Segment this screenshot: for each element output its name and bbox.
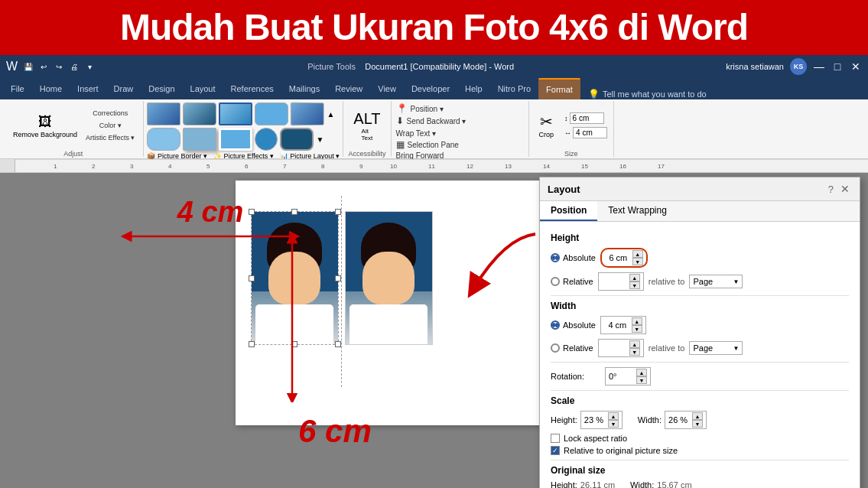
lock-aspect-checkbox[interactable]	[551, 434, 560, 443]
scale-section-label: Scale	[551, 395, 849, 406]
artistic-effects-button[interactable]: Artistic Effects ▾	[83, 132, 137, 143]
size-label: Size	[564, 148, 578, 158]
tab-references[interactable]: References	[223, 78, 281, 99]
width-absolute-radio-btn[interactable]	[551, 320, 560, 330]
maximize-icon[interactable]: □	[831, 60, 844, 73]
rot-up[interactable]: ▲	[636, 369, 647, 376]
remove-background-button[interactable]: 🖼 Remove Background	[9, 104, 81, 147]
height-relative-radio[interactable]: Relative	[551, 277, 593, 286]
tab-help[interactable]: Help	[457, 78, 490, 99]
pic-style-7[interactable]	[183, 128, 216, 151]
svg-text:17: 17	[658, 163, 665, 170]
orig-width-label: Width:	[630, 480, 654, 488]
quick-access-toolbar: 💾 ↩ ↪ 🖨 ▾	[22, 60, 96, 73]
tab-view[interactable]: View	[370, 78, 404, 99]
width-relative-radio-btn[interactable]	[551, 343, 560, 353]
tab-design[interactable]: Design	[141, 78, 182, 99]
tab-review[interactable]: Review	[327, 78, 370, 99]
position-button[interactable]: 📍 Position ▾	[395, 102, 525, 115]
styles-scroll-up[interactable]: ▲	[327, 110, 334, 119]
rotation-value-container: 0° ▲ ▼	[605, 367, 651, 386]
tab-file[interactable]: File	[3, 78, 32, 99]
tab-position[interactable]: Position	[540, 201, 597, 221]
tab-layout[interactable]: Layout	[183, 78, 223, 99]
document-name: Document1 [Compatibility Mode] - Word	[365, 62, 514, 71]
height-spin-down[interactable]: ▼	[632, 258, 643, 265]
minimize-icon[interactable]: —	[813, 60, 825, 73]
height-relative-to-select[interactable]: Page ▼	[689, 275, 743, 288]
pic-style-3[interactable]	[219, 102, 252, 125]
undo-icon[interactable]: ↩	[37, 60, 50, 73]
handle-ml[interactable]	[249, 275, 255, 281]
photo-2-container[interactable]	[345, 211, 433, 345]
print-icon[interactable]: 🖨	[68, 60, 80, 73]
handle-mr[interactable]	[335, 275, 341, 281]
accessibility-group: ALT AltText Accessibility	[343, 101, 391, 157]
width-spin-up[interactable]: ▲	[632, 317, 642, 325]
relative-original-checkbox[interactable]	[551, 446, 560, 455]
corrections-button[interactable]: Corrections	[83, 108, 137, 119]
height-input[interactable]	[570, 112, 604, 124]
panel-close-button[interactable]: ✕	[838, 182, 852, 196]
alt-text-button[interactable]: ALT AltText	[349, 104, 384, 147]
height-spin[interactable]: ▲ ▼	[632, 250, 643, 265]
rot-down[interactable]: ▼	[636, 376, 647, 384]
color-button[interactable]: Color ▾	[83, 120, 137, 131]
width-spin-down[interactable]: ▼	[632, 325, 642, 333]
tab-format[interactable]: Format	[538, 78, 580, 99]
scale-h-spin[interactable]: ▲ ▼	[608, 412, 619, 428]
styles-scroll-down[interactable]: ▼	[316, 135, 323, 144]
pic-style-2[interactable]	[183, 102, 216, 125]
width-absolute-radio[interactable]: Absolute	[551, 320, 596, 330]
width-relative-to-select[interactable]: Page ▼	[689, 341, 743, 355]
tab-nitro-pro[interactable]: Nitro Pro	[490, 78, 538, 99]
selection-pane-button[interactable]: ▦ Selection Pane	[395, 138, 460, 151]
redo-icon[interactable]: ↪	[53, 60, 65, 73]
close-icon[interactable]: ✕	[850, 60, 862, 73]
panel-help-button[interactable]: ?	[828, 184, 834, 195]
width-input[interactable]	[573, 127, 607, 138]
handle-bl[interactable]	[249, 341, 255, 347]
tab-mailings[interactable]: Mailings	[281, 78, 327, 99]
send-backward-button[interactable]: ⬇ Send Backward ▾	[395, 115, 525, 127]
height-absolute-radio-btn[interactable]	[551, 253, 560, 262]
handle-br[interactable]	[335, 341, 341, 347]
original-size-row: Height: 26.11 cm Width: 15.67 cm	[551, 480, 849, 488]
pic-style-1[interactable]	[147, 102, 180, 125]
dropdown-icon[interactable]: ▾	[83, 60, 96, 73]
crop-button[interactable]: ✂ Crop	[535, 104, 558, 147]
save-icon[interactable]: 💾	[22, 60, 34, 73]
width-relative-radio[interactable]: Relative	[551, 343, 593, 353]
wr-up[interactable]: ▲	[629, 340, 640, 348]
pic-style-4[interactable]	[255, 102, 288, 125]
width-relative-spin[interactable]: ▲ ▼	[629, 340, 640, 356]
height-absolute-radio[interactable]: Absolute	[551, 253, 596, 262]
tab-insert[interactable]: Insert	[70, 78, 106, 99]
scale-w-spin[interactable]: ▲ ▼	[692, 412, 703, 428]
height-spin-up[interactable]: ▲	[632, 250, 643, 258]
width-spin[interactable]: ▲ ▼	[632, 317, 642, 333]
tab-draw[interactable]: Draw	[106, 78, 141, 99]
label-4cm: 4 cm	[119, 196, 302, 229]
pic-style-10[interactable]	[280, 128, 314, 151]
tab-developer[interactable]: Developer	[404, 78, 457, 99]
handle-tr[interactable]	[335, 209, 341, 215]
user-avatar[interactable]: KS	[790, 58, 807, 75]
rotation-spin[interactable]: ▲ ▼	[636, 369, 647, 384]
height-relative-row: Relative ▲ ▼ relative to Page ▼	[551, 272, 849, 291]
pic-style-8[interactable]	[219, 128, 252, 151]
hr-up[interactable]: ▲	[629, 274, 640, 281]
wr-down[interactable]: ▼	[629, 348, 640, 356]
pic-style-5[interactable]	[291, 102, 324, 125]
panel-title: Layout	[548, 184, 580, 195]
tab-text-wrapping[interactable]: Text Wrapping	[597, 201, 677, 221]
hr-down[interactable]: ▼	[629, 281, 640, 289]
height-relative-radio-btn[interactable]	[551, 277, 560, 286]
pic-style-6[interactable]	[147, 128, 180, 151]
tab-home[interactable]: Home	[32, 78, 70, 99]
pic-style-9[interactable]	[255, 128, 278, 151]
svg-text:6: 6	[245, 163, 249, 170]
tell-me-text[interactable]: Tell me what you want to do	[603, 89, 707, 99]
height-relative-spin[interactable]: ▲ ▼	[629, 274, 640, 289]
wrap-text-button[interactable]: Wrap Text ▾	[395, 129, 437, 138]
